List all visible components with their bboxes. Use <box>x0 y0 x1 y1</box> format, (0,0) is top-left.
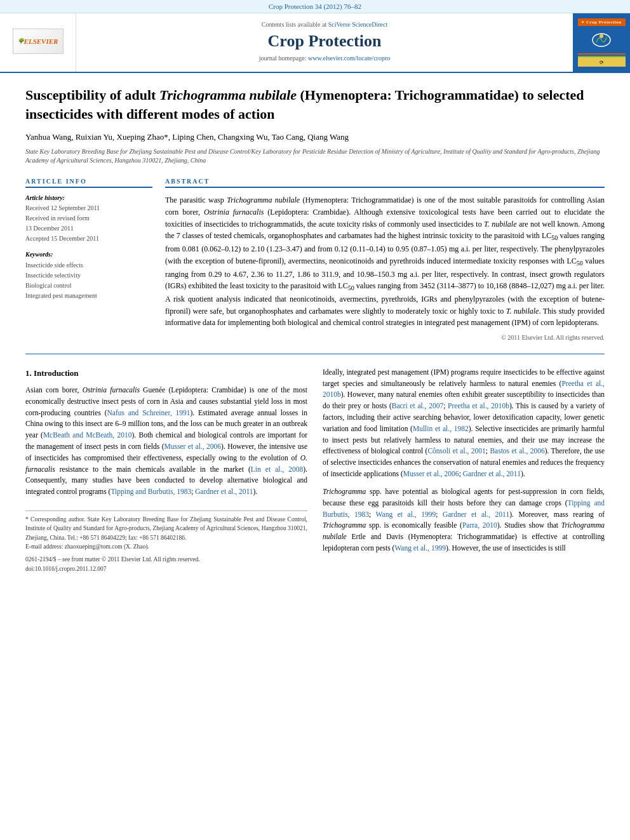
article-info-panel: ARTICLE INFO Article history: Received 1… <box>25 178 152 340</box>
ref-wang-1999[interactable]: Wang et al., 1999 <box>376 510 436 518</box>
ref-consoli[interactable]: Cônsoli et al., 2001 <box>427 447 485 455</box>
keywords-label: Keywords: <box>25 251 152 258</box>
elsevier-logo: 🌳 ELSEVIER <box>13 29 64 57</box>
elsevier-logo-image: 🌳 ELSEVIER <box>13 29 64 54</box>
footnote-star: * Corresponding author. State Key Labora… <box>25 515 307 542</box>
received-1: Received 12 September 2011 <box>25 204 152 213</box>
accepted: Accepted 15 December 2011 <box>25 234 152 243</box>
sciverse-link[interactable]: SciVerse ScienceDirect <box>328 21 388 28</box>
ref-bacri[interactable]: Bacri et al., 2007 <box>392 402 443 410</box>
ref-gardner-2011b[interactable]: Gardner et al., 2011 <box>463 470 521 477</box>
journal-badge-area: ✦ Crop Protection ⟳ <box>573 13 630 72</box>
article-container: Susceptibility of adult Trichogramma nub… <box>0 73 630 587</box>
section-divider <box>25 354 605 354</box>
authors-line: Yanhua Wang, Ruixian Yu, Xueping Zhao*, … <box>25 132 605 142</box>
ref-bastos[interactable]: Bastos et al., 2006 <box>490 447 544 455</box>
homepage-label: journal homepage: <box>259 55 307 62</box>
doi-area: 0261-2194/$ – see front matter © 2011 El… <box>25 555 307 573</box>
doi-line: doi:10.1016/j.cropro.2011.12.007 <box>25 564 307 574</box>
abstract-text: The parasitic wasp Trichogramma nubilale… <box>165 194 605 328</box>
svg-point-1 <box>600 34 603 38</box>
keyword-3: Biological control <box>25 281 152 291</box>
ref-gardner-2011a[interactable]: Gardner et al., 2011 <box>195 488 253 495</box>
journal-badge: ✦ Crop Protection ⟳ <box>578 18 626 67</box>
introduction-title: 1. Introduction <box>25 367 307 380</box>
keyword-1: Insecticide side effects <box>25 260 152 270</box>
article-info-header: ARTICLE INFO <box>25 178 152 188</box>
ref-parra[interactable]: Parra, 2010 <box>462 521 497 529</box>
journal-reference-bar: Crop Protection 34 (2012) 76–82 <box>0 0 630 13</box>
badge-icon <box>578 26 626 53</box>
contents-available-line: Contents lists available at SciVerse Sci… <box>89 21 560 28</box>
authors: Yanhua Wang, Ruixian Yu, Xueping Zhao*, … <box>25 132 349 142</box>
keyword-4: Integrated pest management <box>25 291 152 301</box>
ref-tipping[interactable]: Tipping and Burbutis, 1983 <box>111 488 191 495</box>
badge-stripes <box>578 53 626 58</box>
intro-para-2: Ideally, integrated pest management (IPM… <box>323 367 605 480</box>
journal-title-area: Contents lists available at SciVerse Sci… <box>76 13 573 72</box>
body-left-col: 1. Introduction Asian corn borer, Ostrin… <box>25 367 307 574</box>
ref-musser-2006-b[interactable]: Musser et al., 2006 <box>403 470 459 477</box>
homepage-url[interactable]: www.elsevier.com/locate/cropro <box>308 55 390 62</box>
issn-line: 0261-2194/$ – see front matter © 2011 El… <box>25 555 307 564</box>
ref-preetha-2010b-a[interactable]: Preetha et al., 2010b <box>323 380 605 399</box>
received-2b: 13 December 2011 <box>25 224 152 233</box>
intro-para-3: Trichogramma spp. have potential as biol… <box>323 486 605 554</box>
abstract-header: ABSTRACT <box>165 178 605 188</box>
journal-header: 🌳 ELSEVIER Contents lists available at S… <box>0 13 630 73</box>
contents-label: Contents lists available at <box>262 21 326 28</box>
abstract-copyright: © 2011 Elsevier Ltd. All rights reserved… <box>165 334 605 341</box>
ref-mullin[interactable]: Mullin et al., 1982 <box>413 425 469 432</box>
elsevier-logo-area: 🌳 ELSEVIER <box>0 13 76 72</box>
journal-homepage-line: journal homepage: www.elsevier.com/locat… <box>89 55 560 62</box>
body-right-col: Ideally, integrated pest management (IPM… <box>323 367 605 574</box>
badge-link[interactable]: ⟳ <box>578 58 626 67</box>
ref-lin-2008[interactable]: Lin et al., 2008 <box>251 465 304 473</box>
badge-label: ✦ Crop Protection <box>578 18 626 26</box>
article-title: Susceptibility of adult Trichogramma nub… <box>25 86 605 123</box>
affiliation: State Key Laboratory Breeding Base for Z… <box>25 147 605 165</box>
body-content: 1. Introduction Asian corn borer, Ostrin… <box>25 367 605 574</box>
footnote-area: * Corresponding author. State Key Labora… <box>25 510 307 551</box>
ref-wang-1999-b[interactable]: Wang et al., 1999 <box>394 544 446 552</box>
intro-para-1: Asian corn borer, Ostrinia furnacalis Gu… <box>25 385 307 498</box>
ref-nafus[interactable]: Nafus and Schreiner, 1991 <box>107 409 191 417</box>
ref-preetha-2010b-b[interactable]: Preetha et al., 2010b <box>448 402 509 410</box>
journal-ref: Crop Protection 34 (2012) 76–82 <box>269 3 361 10</box>
footnote-email: E-mail address: zhaoxueping@tom.com (X. … <box>25 542 307 551</box>
article-info-abstract-row: ARTICLE INFO Article history: Received 1… <box>25 178 605 340</box>
ref-mcbeath[interactable]: McBeath and McBeath, 2010 <box>43 431 132 439</box>
keywords-list: Insecticide side effects Insecticide sel… <box>25 260 152 301</box>
keyword-2: Insecticide selectivity <box>25 270 152 281</box>
abstract-panel: ABSTRACT The parasitic wasp Trichogramma… <box>165 178 605 340</box>
ref-musser-2006[interactable]: Musser et al., 2006 <box>164 443 222 450</box>
received-2: Received in revised form <box>25 214 152 223</box>
article-history-label: Article history: <box>25 194 152 201</box>
ref-gardner-2011c[interactable]: Gardner et al., 2011 <box>443 510 509 518</box>
journal-title: Crop Protection <box>89 32 560 51</box>
